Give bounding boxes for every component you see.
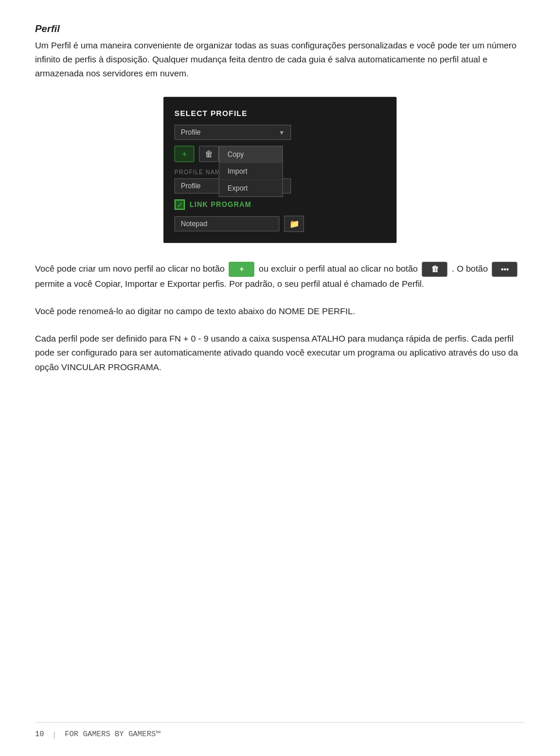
profile-dropdown-value: Profile <box>181 128 201 136</box>
menu-item-copy[interactable]: Copy <box>219 146 282 163</box>
browse-folder-button[interactable]: 📁 <box>284 216 304 232</box>
menu-item-import[interactable]: Import <box>219 163 282 180</box>
body-text-after: . O botão <box>452 263 488 273</box>
icon-btn-row: + 🗑 ••• Copy Import Export <box>174 146 386 162</box>
link-program-row: ✓ LINK PROGRAM <box>174 199 386 210</box>
options-dropdown-menu: Copy Import Export <box>219 146 283 197</box>
intro-paragraph: Um Perfil é uma maneira conveniente de o… <box>35 38 525 80</box>
footer-page-number: 10 <box>35 730 44 739</box>
folder-icon: 📁 <box>289 219 299 228</box>
body-paragraph-2: Você pode renomeá-lo ao digitar no campo… <box>35 304 525 319</box>
notepad-row: 📁 <box>174 216 386 232</box>
chevron-down-icon: ▼ <box>279 129 285 136</box>
ui-box-title: SELECT PROFILE <box>174 109 386 118</box>
ui-screenshot-box: SELECT PROFILE Profile ▼ + 🗑 ••• Copy Im… <box>163 97 397 243</box>
link-program-checkbox[interactable]: ✓ <box>174 199 185 210</box>
page-title: Perfil <box>35 23 525 35</box>
trash-icon: 🗑 <box>205 149 213 159</box>
add-button-inline: + <box>229 262 254 277</box>
body-text-end: permite a você Copiar, Importar e Export… <box>35 279 424 289</box>
menu-item-export[interactable]: Export <box>219 180 282 196</box>
delete-button-inline: 🗑 <box>422 262 447 277</box>
add-profile-button[interactable]: + <box>174 146 194 162</box>
checkmark-icon: ✓ <box>177 201 183 209</box>
page-footer: 10 | FOR GAMERS BY GAMERS™ <box>35 722 525 739</box>
footer-tagline: FOR GAMERS BY GAMERS™ <box>65 730 160 739</box>
profile-dropdown-row: Profile ▼ <box>174 125 386 140</box>
footer-separator: | <box>54 730 55 739</box>
body-paragraph-3: Cada perfil pode ser definido para FN + … <box>35 332 525 375</box>
plus-icon: + <box>182 149 187 159</box>
link-program-label: LINK PROGRAM <box>190 201 251 209</box>
body-text-before-add: Você pode criar um novo perfil ao clicar… <box>35 263 225 273</box>
delete-profile-button[interactable]: 🗑 <box>199 146 219 162</box>
dots-button-inline: ••• <box>492 262 517 277</box>
profile-select-dropdown[interactable]: Profile ▼ <box>174 125 291 140</box>
notepad-input[interactable] <box>174 216 279 231</box>
body-paragraph-1: Você pode criar um novo perfil ao clicar… <box>35 262 525 291</box>
body-text-mid: ou excluir o perfil atual ao clicar no b… <box>259 263 418 273</box>
